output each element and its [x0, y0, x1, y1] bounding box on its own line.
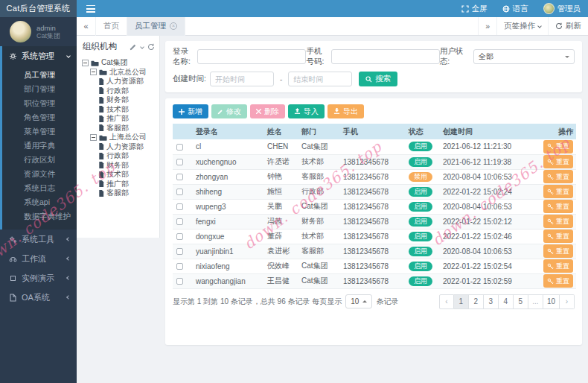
- reset-password-button[interactable]: 重置: [543, 230, 573, 243]
- refresh-tree-icon[interactable]: [147, 43, 155, 51]
- tree-node-0[interactable]: Cat集团: [82, 58, 156, 68]
- language-button[interactable]: 语言: [495, 0, 536, 17]
- start-time-input[interactable]: [210, 72, 274, 86]
- page-button-2[interactable]: 2: [469, 294, 484, 309]
- reset-password-button[interactable]: 重置: [543, 170, 573, 183]
- cell-login: zhongyan: [192, 169, 263, 184]
- delete-button[interactable]: 删除: [250, 104, 285, 118]
- reset-password-button[interactable]: 重置: [543, 155, 573, 168]
- tree-node-3[interactable]: 行政部: [82, 86, 156, 96]
- sidebar-item-oa[interactable]: OA系统: [2, 288, 77, 307]
- sidebar-subitem-5[interactable]: 通用字典: [2, 139, 77, 153]
- sidebar-item-system-management[interactable]: 系统管理: [2, 46, 77, 66]
- tree-node-14[interactable]: 客服部: [82, 189, 156, 198]
- page-button-ellipsis[interactable]: ...: [528, 294, 543, 309]
- row-checkbox[interactable]: [176, 248, 183, 255]
- tabs-scroll-right-button[interactable]: »: [478, 17, 496, 35]
- tree-node-6[interactable]: 推广部: [82, 114, 156, 124]
- collapse-tree-icon[interactable]: [140, 45, 144, 49]
- reset-password-button[interactable]: 重置: [543, 259, 573, 273]
- import-button[interactable]: 导入: [288, 104, 325, 118]
- row-checkbox[interactable]: [176, 218, 183, 225]
- page-button-5[interactable]: 5: [514, 294, 528, 309]
- tree-expander-icon[interactable]: [90, 69, 97, 75]
- tree-node-13[interactable]: 推广部: [82, 180, 156, 189]
- page-button-3[interactable]: 3: [484, 294, 499, 309]
- sidebar-item-workflow[interactable]: 工作流: [2, 249, 77, 268]
- search-button[interactable]: 搜索: [359, 72, 397, 86]
- header-checkbox-cell: [173, 124, 192, 139]
- login-name-input[interactable]: [197, 49, 306, 64]
- sidebar-subitem-10[interactable]: 数据字典维护: [2, 209, 77, 224]
- row-checkbox[interactable]: [176, 263, 183, 270]
- page-button-4[interactable]: 4: [499, 294, 514, 309]
- sidebar-subitem-0[interactable]: 员工管理: [2, 68, 77, 82]
- page-button-prev[interactable]: ‹: [439, 294, 454, 309]
- upload-icon: [294, 108, 301, 115]
- tabs-scroll-left-button[interactable]: «: [77, 17, 96, 36]
- cell-dept: 财务部: [298, 214, 339, 229]
- row-checkbox[interactable]: [176, 174, 183, 180]
- fullscreen-button[interactable]: 全屏: [454, 0, 495, 17]
- tree-node-1[interactable]: 北京总公司: [82, 68, 156, 77]
- tree-node-2[interactable]: 人力资源部: [82, 77, 156, 86]
- key-icon: [547, 218, 554, 225]
- tab-home[interactable]: 首页: [96, 17, 127, 36]
- sidebar-subitem-1[interactable]: 部门管理: [2, 82, 77, 96]
- tab-actions-dropdown[interactable]: 页签操作: [496, 17, 548, 35]
- page-button-1[interactable]: 1: [454, 294, 469, 309]
- sidebar-toggle-button[interactable]: [77, 0, 105, 17]
- cell-dept: 客服部: [298, 244, 339, 259]
- tree-node-12[interactable]: 技术部: [82, 170, 156, 180]
- row-checkbox[interactable]: [176, 189, 183, 195]
- edit-button[interactable]: 修改: [211, 104, 247, 118]
- sidebar-subitem-2[interactable]: 职位管理: [2, 96, 77, 110]
- table-row-0: clCHENCat集团启用2021-06-12 11:21:30重置: [173, 139, 576, 154]
- page-button-next[interactable]: ›: [560, 294, 575, 309]
- sidebar-item-system-tools[interactable]: 系统工具: [2, 230, 77, 249]
- page-size-select[interactable]: 10: [345, 294, 372, 308]
- tree-node-4[interactable]: 财务部: [82, 95, 156, 105]
- refresh-button[interactable]: 刷新: [548, 17, 588, 35]
- tree-node-7[interactable]: 客服部: [82, 124, 156, 133]
- row-checkbox[interactable]: [176, 159, 183, 165]
- cell-created: 2020-08-04 10:06:53: [439, 169, 534, 184]
- tree-node-5[interactable]: 技术部: [82, 105, 156, 115]
- reset-password-button[interactable]: 重置: [543, 274, 573, 288]
- user-status-select[interactable]: 全部: [473, 49, 575, 64]
- end-time-input[interactable]: [288, 72, 352, 86]
- tree-expander-icon[interactable]: [82, 60, 89, 66]
- reset-password-button[interactable]: 重置: [543, 200, 573, 213]
- gear-icon: [9, 52, 17, 60]
- tree-node-11[interactable]: 财务部: [82, 161, 156, 171]
- sidebar-item-demo[interactable]: 实例演示: [2, 268, 77, 288]
- phone-input[interactable]: [331, 49, 440, 64]
- tree-node-8[interactable]: 上海总公司: [82, 133, 156, 142]
- reset-password-button[interactable]: 重置: [543, 244, 573, 258]
- tree-node-9[interactable]: 人力资源部: [82, 142, 156, 152]
- tab-employee-management[interactable]: 员工管理 ×: [127, 17, 185, 36]
- row-checkbox[interactable]: [176, 203, 183, 210]
- sidebar-subitem-3[interactable]: 角色管理: [2, 110, 77, 124]
- sidebar-subitem-4[interactable]: 菜单管理: [2, 124, 77, 139]
- sidebar-subitem-6[interactable]: 行政区划: [2, 153, 77, 167]
- row-checkbox[interactable]: [176, 144, 183, 151]
- tree-node-10[interactable]: 行政部: [82, 151, 156, 161]
- sidebar-subitem-8[interactable]: 系统日志: [2, 181, 77, 195]
- edit-icon[interactable]: [130, 43, 137, 51]
- add-button[interactable]: 新增: [173, 104, 208, 118]
- row-checkbox[interactable]: [176, 278, 183, 285]
- reset-password-button[interactable]: 重置: [543, 185, 573, 198]
- tree-expander-icon[interactable]: [90, 134, 97, 141]
- reset-password-button[interactable]: 重置: [543, 140, 573, 153]
- workflow-icon: [9, 255, 17, 263]
- tab-close-icon[interactable]: ×: [170, 22, 177, 30]
- sidebar-subitem-7[interactable]: 资源文件: [2, 167, 77, 181]
- row-checkbox[interactable]: [176, 233, 183, 240]
- user-menu[interactable]: 管理员: [536, 0, 588, 17]
- sidebar-subitem-9[interactable]: 系统api: [2, 195, 77, 209]
- export-button[interactable]: 导出: [327, 104, 364, 118]
- reset-password-button[interactable]: 重置: [543, 215, 573, 228]
- hamburger-icon: [86, 5, 95, 13]
- page-button-10[interactable]: 10: [543, 294, 560, 309]
